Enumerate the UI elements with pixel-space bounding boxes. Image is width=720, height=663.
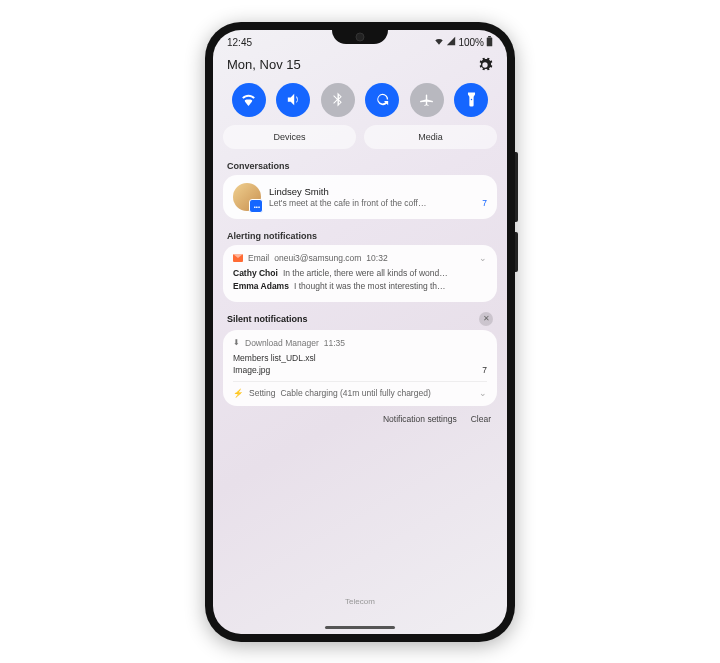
file-count: 7: [482, 365, 487, 375]
notch: [332, 30, 388, 44]
side-button-volume: [515, 152, 518, 222]
setting-label: Setting: [249, 388, 275, 398]
alert-from: oneui3@samsung.com: [274, 253, 361, 263]
download-item: Members list_UDL.xsl: [233, 353, 487, 363]
mail-icon: [233, 254, 243, 262]
alert-text: In the article, there were all kinds of …: [283, 268, 448, 278]
settings-icon[interactable]: [477, 57, 493, 73]
section-alerting: Alerting notifications: [213, 227, 507, 245]
alerting-card[interactable]: Email oneui3@samsung.com 10:32 ⌄ Cathy C…: [223, 245, 497, 302]
silent-card[interactable]: ⬇ Download Manager 11:35 Members list_UD…: [223, 330, 497, 406]
wifi-status-icon: [434, 36, 444, 48]
file-name: Members list_UDL.xsl: [233, 353, 316, 363]
signal-status-icon: [446, 36, 456, 48]
alert-sender: Cathy Choi: [233, 268, 278, 278]
alert-text: I thought it was the most interesting th…: [294, 281, 446, 291]
file-name: Image.jpg: [233, 365, 270, 375]
qs-flashlight-toggle[interactable]: [454, 83, 488, 117]
media-button[interactable]: Media: [364, 125, 497, 149]
section-silent-header: Silent notifications ✕: [213, 310, 507, 330]
battery-icon: [486, 36, 493, 49]
bolt-icon: ⚡: [233, 388, 244, 398]
download-item: Image.jpg 7: [233, 365, 487, 375]
conversation-name: Lindsey Smith: [269, 186, 487, 197]
qs-bluetooth-toggle[interactable]: [321, 83, 355, 117]
qs-sound-toggle[interactable]: [276, 83, 310, 117]
avatar: •••: [233, 183, 261, 211]
conversation-card[interactable]: ••• Lindsey Smith Let's meet at the cafe…: [223, 175, 497, 219]
qs-wifi-toggle[interactable]: [232, 83, 266, 117]
date-label: Mon, Nov 15: [227, 57, 301, 72]
chevron-down-icon[interactable]: ⌄: [479, 253, 487, 263]
svg-rect-0: [487, 37, 493, 46]
chevron-down-icon[interactable]: ⌄: [479, 388, 487, 398]
battery-percent: 100%: [458, 37, 484, 48]
section-silent: Silent notifications: [227, 314, 308, 324]
alert-sender: Emma Adams: [233, 281, 289, 291]
screen: 12:45 100% Mon, Nov 15: [213, 30, 507, 634]
header: Mon, Nov 15: [213, 49, 507, 79]
clock: 12:45: [227, 37, 252, 48]
alert-item: Emma Adams I thought it was the most int…: [233, 281, 487, 291]
charging-row: ⚡ Setting Cable charging (41m until full…: [233, 381, 487, 398]
qs-rotate-toggle[interactable]: [365, 83, 399, 117]
conversation-preview: Let's meet at the cafe in front of the c…: [269, 198, 426, 208]
alert-app-label: Email: [248, 253, 269, 263]
alert-item: Cathy Choi In the article, there were al…: [233, 268, 487, 278]
conversation-count: 7: [482, 198, 487, 208]
messages-badge-icon: •••: [254, 204, 260, 210]
svg-rect-1: [488, 36, 491, 37]
bottom-actions: Notification settings Clear: [213, 414, 507, 424]
carrier-label: Telecom: [345, 597, 375, 606]
qs-airplane-toggle[interactable]: [410, 83, 444, 117]
devices-button[interactable]: Devices: [223, 125, 356, 149]
quick-settings: [213, 79, 507, 125]
close-icon[interactable]: ✕: [479, 312, 493, 326]
panel-buttons: Devices Media: [213, 125, 507, 157]
dm-time: 11:35: [324, 338, 345, 348]
clear-button[interactable]: Clear: [471, 414, 491, 424]
download-icon: ⬇: [233, 338, 240, 347]
alert-time: 10:32: [366, 253, 387, 263]
setting-text: Cable charging (41m until fully charged): [280, 388, 430, 398]
section-conversations: Conversations: [213, 157, 507, 175]
phone-frame: 12:45 100% Mon, Nov 15: [205, 22, 515, 642]
dm-label: Download Manager: [245, 338, 319, 348]
home-indicator[interactable]: [325, 626, 395, 629]
notification-settings-link[interactable]: Notification settings: [383, 414, 457, 424]
side-button-power: [515, 232, 518, 272]
